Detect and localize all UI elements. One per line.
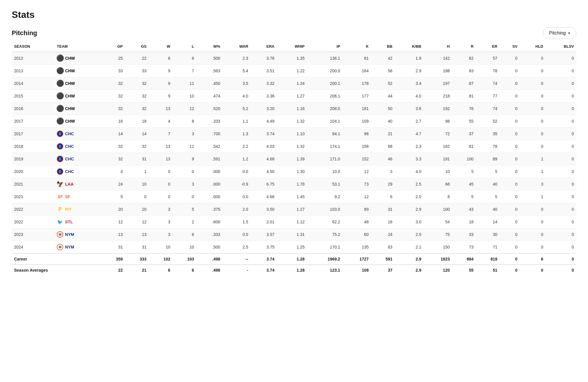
col-l: L xyxy=(173,41,196,52)
team-link[interactable]: NYM xyxy=(65,245,74,249)
cell-r: 81 xyxy=(452,90,476,102)
cell-war: 0.0 xyxy=(223,165,251,178)
cell-whip: 1.30 xyxy=(277,165,307,178)
cell-gp: 24 xyxy=(101,178,125,191)
cell-hld: 1 xyxy=(520,191,546,203)
chw-logo-icon: ⚫ xyxy=(57,105,63,112)
cell-team: P PIT xyxy=(54,203,101,216)
cell-sv: 0 xyxy=(500,153,520,165)
team-link[interactable]: STL xyxy=(65,220,73,224)
cell-whip: 1.27 xyxy=(277,203,307,216)
cell-wpct: .000 xyxy=(196,165,223,178)
cell-er: 30 xyxy=(476,228,500,241)
cell-kbb: 2.7 xyxy=(395,115,424,128)
team-link[interactable]: CHC xyxy=(65,144,74,149)
cell-w: 6 xyxy=(149,52,172,65)
team-link[interactable]: CHW xyxy=(65,56,75,61)
cell-ip: 104.1 xyxy=(307,115,342,128)
footer-r: 884 xyxy=(452,253,476,265)
cell-r: 73 xyxy=(452,241,476,254)
team-link[interactable]: CHW xyxy=(65,94,75,98)
chw-logo-icon: ⚫ xyxy=(57,68,63,74)
footer-blsv: 0 xyxy=(546,253,576,265)
cell-hld: 0 xyxy=(520,102,546,115)
cell-er: 40 xyxy=(476,178,500,191)
cell-hld: 0 xyxy=(520,241,546,254)
table-row: 2024 M NYM 31 31 10 10 .500 2.5 3.75 1.2… xyxy=(12,241,576,254)
cell-team: 🐦 STL xyxy=(54,216,101,228)
cell-war: 5.2 xyxy=(223,102,251,115)
team-link[interactable]: SF xyxy=(65,194,70,199)
cell-k: 109 xyxy=(343,115,371,128)
cell-era: 4.66 xyxy=(251,191,277,203)
cell-gp: 33 xyxy=(101,65,125,77)
cell-sv: 0 xyxy=(500,52,520,65)
footer-kbb: 2.9 xyxy=(395,253,424,265)
team-link[interactable]: CHW xyxy=(65,81,75,86)
cell-gs: 32 xyxy=(125,102,149,115)
cell-sv: 0 xyxy=(500,216,520,228)
cell-kbb: 2.0 xyxy=(395,191,424,203)
cell-team: 🦅 LAA xyxy=(54,178,101,191)
team-link[interactable]: PIT xyxy=(65,207,71,212)
cell-r: 76 xyxy=(452,102,476,115)
cell-w: 3 xyxy=(149,216,172,228)
section-header: Pitching Pitching ▾ xyxy=(12,27,576,39)
cell-war: 1.1 xyxy=(223,115,251,128)
cell-gp: 5 xyxy=(101,191,125,203)
cell-sv: 0 xyxy=(500,241,520,254)
cell-team: C CHC xyxy=(54,165,101,178)
dropdown-label: Pitching xyxy=(549,30,566,36)
cell-blsv: 0 xyxy=(546,203,576,216)
cell-ip: 136.1 xyxy=(307,52,342,65)
team-link[interactable]: CHW xyxy=(65,106,75,111)
team-link[interactable]: CHC xyxy=(65,157,74,161)
cell-ip: 10.0 xyxy=(307,165,342,178)
cell-k: 12 xyxy=(343,165,371,178)
cell-r: 37 xyxy=(452,128,476,140)
cell-war: 2.3 xyxy=(223,52,251,65)
cell-gs: 32 xyxy=(125,90,149,102)
cell-sv: 0 xyxy=(500,65,520,77)
cell-bb: 68 xyxy=(371,140,395,153)
footer-sv: 0 xyxy=(500,265,520,275)
col-season: SEASON xyxy=(12,41,54,52)
cell-war: 3.5 xyxy=(223,77,251,90)
team-link[interactable]: CHC xyxy=(65,169,74,174)
cell-hld: 0 xyxy=(520,203,546,216)
cell-gp: 31 xyxy=(101,241,125,254)
col-hld: HLD xyxy=(520,41,546,52)
cell-blsv: 0 xyxy=(546,52,576,65)
col-sv: SV xyxy=(500,41,520,52)
cell-gs: 14 xyxy=(125,128,149,140)
team-link[interactable]: NYM xyxy=(65,232,74,237)
cell-era: 3.76 xyxy=(251,52,277,65)
footer-wpct: .498 xyxy=(196,265,223,275)
cell-blsv: 0 xyxy=(546,77,576,90)
cell-era: 3.74 xyxy=(251,128,277,140)
cell-k: 73 xyxy=(343,178,371,191)
pit-logo-icon: P xyxy=(57,206,63,213)
col-ip: IP xyxy=(307,41,342,52)
team-link[interactable]: LAA xyxy=(65,182,74,186)
cell-h: 100 xyxy=(424,203,452,216)
cell-blsv: 0 xyxy=(546,140,576,153)
chc-logo-icon: C xyxy=(57,168,63,175)
team-link[interactable]: CHW xyxy=(65,68,75,73)
cell-r: 62 xyxy=(452,52,476,65)
footer-r: 55 xyxy=(452,265,476,275)
cell-whip: 1.27 xyxy=(277,90,307,102)
cell-war: 0.0 xyxy=(223,228,251,241)
category-dropdown[interactable]: Pitching ▾ xyxy=(543,27,576,39)
cell-h: 54 xyxy=(424,216,452,228)
cell-ip: 200.1 xyxy=(307,77,342,90)
table-header-row: SEASON TEAM GP GS W L W% WAR ERA WHIP IP… xyxy=(12,41,576,52)
cell-gs: 12 xyxy=(125,216,149,228)
team-link[interactable]: CHW xyxy=(65,119,75,124)
cell-er: 35 xyxy=(476,128,500,140)
cell-kbb: 2.9 xyxy=(395,203,424,216)
cell-h: 150 xyxy=(424,241,452,254)
cell-bb: 24 xyxy=(371,228,395,241)
cell-bb: 50 xyxy=(371,102,395,115)
team-link[interactable]: CHC xyxy=(65,131,74,136)
